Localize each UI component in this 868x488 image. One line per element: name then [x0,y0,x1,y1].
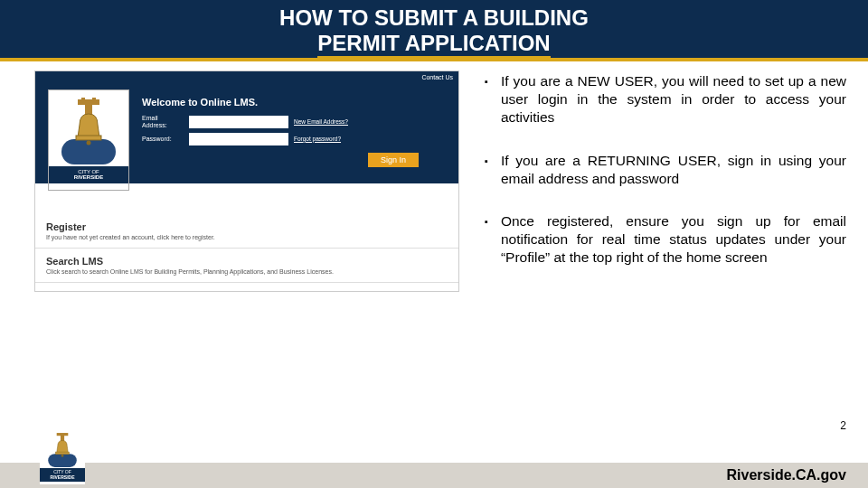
title-line2: PERMIT APPLICATION [317,31,550,59]
svg-point-4 [87,140,91,145]
bell-logo-icon [44,432,80,468]
title-line1: HOW TO SUBMIT A BUILDING [279,5,589,30]
city-of: CITY OF [78,169,99,174]
email-row: Email Address: New Email Address? [142,115,446,128]
footer-logo: CITY OF RIVERSIDE [40,432,85,484]
footer-city-label: CITY OF RIVERSIDE [40,468,85,482]
shot-hero: CITY OF RIVERSIDE Welcome to Online LMS.… [35,82,458,183]
footer: CITY OF RIVERSIDE Riverside.CA.gov [0,441,868,488]
bullet-text: If you are a NEW USER, you will need to … [501,72,846,126]
password-field[interactable] [189,133,288,145]
lms-screenshot: Contact Us CITY OF RIVERSIDE [34,70,459,292]
new-email-link[interactable]: New Email Address? [294,118,348,126]
svg-rect-9 [57,433,69,436]
email-field[interactable] [189,116,288,128]
shot-body: Register If you have not yet created an … [35,183,458,283]
content-row: Contact Us CITY OF RIVERSIDE [0,61,868,292]
city-logo: CITY OF RIVERSIDE [48,89,129,191]
welcome-heading: Welcome to Online LMS. [142,97,446,108]
bullet-list: ▪ If you are a NEW USER, you will need t… [485,70,846,292]
bullet-text: If you are a RETURNING USER, sign in usi… [501,152,846,188]
bullet-icon: ▪ [485,72,488,126]
email-label: Email Address: [142,115,184,128]
bullet-icon: ▪ [485,152,488,188]
password-label: Password: [142,136,184,143]
search-section: Search LMS Click search to search Online… [35,249,458,283]
title-band: HOW TO SUBMIT A BUILDING PERMIT APPLICAT… [0,0,868,61]
svg-point-11 [61,455,64,457]
forgot-password-link[interactable]: Forgot password? [294,136,341,143]
register-text: If you have not yet created an account, … [46,234,448,240]
svg-rect-5 [81,98,85,100]
search-text: Click search to search Online LMS for Bu… [46,268,448,275]
signin-button[interactable]: Sign In [368,153,419,167]
svg-rect-3 [76,136,101,140]
page-number: 2 [840,419,846,432]
register-section: Register If you have not yet created an … [35,214,458,249]
search-heading: Search LMS [46,256,448,267]
shot-topbar: Contact Us [35,71,458,82]
bell-logo-icon [60,98,118,166]
svg-rect-6 [92,98,96,100]
list-item: ▪ If you are a RETURNING USER, sign in u… [485,152,846,188]
login-area: Welcome to Online LMS. Email Address: Ne… [142,89,446,166]
footer-url: Riverside.CA.gov [727,467,846,483]
list-item: ▪ Once registered, ensure you sign up fo… [485,212,846,266]
svg-rect-10 [56,452,70,455]
city-label: CITY OF RIVERSIDE [49,166,128,183]
contact-link[interactable]: Contact Us [421,74,453,80]
password-row: Password: Forgot password? [142,133,446,145]
svg-rect-2 [78,99,99,105]
list-item: ▪ If you are a NEW USER, you will need t… [485,72,846,126]
register-heading: Register [46,221,448,232]
city-name: RIVERSIDE [74,174,103,180]
bullet-text: Once registered, ensure you sign up for … [501,212,846,266]
city-name: RIVERSIDE [51,474,75,480]
slide-title: HOW TO SUBMIT A BUILDING PERMIT APPLICAT… [0,5,868,58]
bullet-icon: ▪ [485,212,488,266]
